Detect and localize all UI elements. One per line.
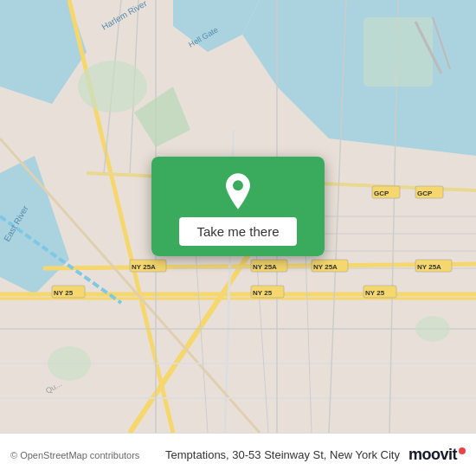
svg-text:GCP: GCP <box>374 190 389 197</box>
svg-point-57 <box>48 346 91 381</box>
take-me-there-button[interactable]: Take me there <box>179 217 296 246</box>
svg-point-60 <box>233 180 243 190</box>
svg-text:GCP: GCP <box>417 190 433 197</box>
location-label: Temptations, 30-53 Steinway St, New York… <box>165 448 400 461</box>
svg-point-58 <box>415 316 450 342</box>
moovit-logo-text: moovit <box>408 446 457 464</box>
bottom-info-bar: © OpenStreetMap contributors Temptations… <box>0 433 476 476</box>
copyright-text: © OpenStreetMap contributors <box>10 450 139 460</box>
navigation-card: Take me there <box>151 157 325 256</box>
svg-text:NY 25: NY 25 <box>365 289 385 297</box>
card-green-area: Take me there <box>151 157 325 256</box>
svg-text:NY 25: NY 25 <box>54 289 74 297</box>
svg-text:NY 25A: NY 25A <box>417 263 441 271</box>
svg-text:NY 25A: NY 25A <box>313 263 338 271</box>
svg-point-56 <box>78 61 147 113</box>
svg-text:NY 25A: NY 25A <box>132 263 156 271</box>
svg-text:NY 25A: NY 25A <box>253 263 277 271</box>
moovit-logo-dot <box>459 447 466 454</box>
svg-rect-53 <box>363 17 433 87</box>
svg-text:NY 25: NY 25 <box>253 289 273 297</box>
map-container: NY 25 NY 25A NY 25A GCP GCP NY 25 NY 25 … <box>0 0 476 433</box>
location-pin-icon <box>219 172 257 210</box>
moovit-logo: moovit <box>408 446 466 464</box>
